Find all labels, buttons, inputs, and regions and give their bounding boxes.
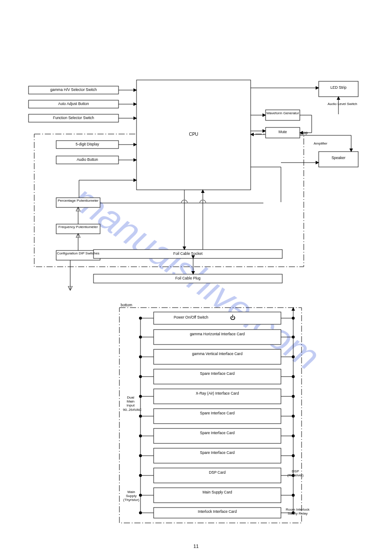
label-audio-button: Audio Button [56,158,119,162]
label-wave-gen: Waveform Generator [266,111,300,115]
label-card-power: Power On/Off Switch [154,316,228,320]
label-bottom-title: bottom [121,303,143,308]
label-card-interlock: Interlock Interface Card [154,510,281,514]
label-level-switch: Audio Level Switch [325,102,360,106]
label-led-strip: LED Strip [319,86,358,90]
label-main-supply: Main Supply (Thyristor) [123,490,140,502]
label-top-title: top [298,131,312,135]
diagram-page: manualshive.com [0,0,392,555]
label-interlock-relay: Room Interlock Safety Relay [284,508,311,515]
svg-line-36 [281,160,319,202]
power-icon: ⏻ [230,315,235,321]
label-card-mainsupply: Main Supply Card [154,490,281,495]
label-function-selector: Function Selector Switch [29,116,119,120]
label-card-dsp: DSP Card [154,471,281,475]
label-main-input: Dual Main Input 90..264VAC [123,395,138,412]
label-5digit-display: 5-digit Display [56,142,119,147]
label-percent-pot: Percentage Potentiometer [56,199,100,203]
label-card-gh: gamma Horizontal Interface Card [154,332,281,337]
label-card-spare1: Spare Interface Card [154,372,281,376]
label-mute: Mute [266,130,300,134]
label-foil-socket: Foil Cable Socket [94,252,282,256]
label-card-spare4: Spare Interface Card [154,451,281,455]
label-cpu: CPU [137,132,251,137]
label-freq-pot: Frequency Potentiometer [56,225,100,229]
label-amplifier: Amplifier [307,141,334,145]
page-number: 11 [0,544,392,549]
label-foil-plug: Foil Cable Plug [94,276,282,281]
label-selector-switch: gamma H/V Selector Switch [29,88,119,92]
label-card-gv: gamma Vertical Interface Card [154,352,281,356]
label-card-spare2: Spare Interface Card [154,411,281,416]
label-speaker: Speaker [319,156,358,160]
label-auto-adjust: Auto Adjust Button [29,102,119,106]
label-card-xray: X-Ray (Air) Interface Card [154,392,281,396]
label-dsp: DSP (Receiver) [284,469,306,477]
label-card-spare3: Spare Interface Card [154,431,281,435]
